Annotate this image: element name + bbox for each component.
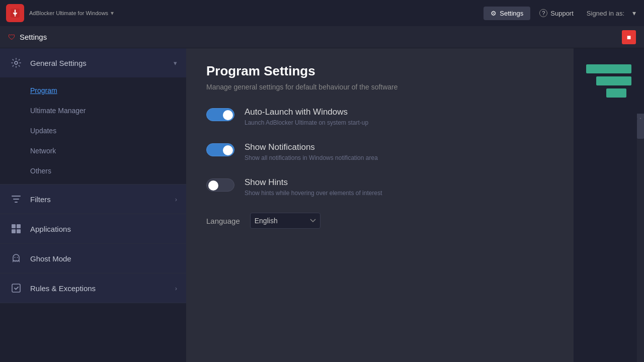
show-notifications-row: Show Notifications Show all notification…	[206, 142, 553, 161]
filters-header[interactable]: Filters ›	[0, 185, 186, 214]
ghost-mode-label: Ghost Mode	[30, 254, 177, 263]
rules-exceptions-icon	[9, 281, 23, 295]
svg-rect-6	[17, 229, 21, 233]
svg-point-2	[15, 61, 18, 64]
sidebar-item-program[interactable]: Program	[0, 80, 186, 101]
show-notifications-toggle-col	[206, 142, 234, 156]
settings-button[interactable]: ⚙ Settings	[484, 7, 530, 20]
applications-icon	[9, 222, 23, 236]
app-name-label: AdBlocker Ultimate for Windows ▾	[29, 10, 478, 17]
rules-exceptions-section: Rules & Exceptions ›	[0, 274, 186, 303]
rules-exceptions-chevron: ›	[175, 285, 177, 292]
show-notifications-toggle[interactable]	[206, 143, 234, 156]
show-notifications-name: Show Notifications	[245, 142, 378, 152]
svg-point-7	[15, 257, 16, 258]
language-row: Language English German French Spanish I…	[206, 213, 553, 229]
svg-point-1	[15, 15, 16, 16]
language-select[interactable]: English German French Spanish Italian Ru…	[250, 213, 320, 229]
ghost-mode-section: Ghost Mode	[0, 244, 186, 274]
general-settings-icon	[9, 56, 23, 70]
settings-header-title: Settings	[20, 33, 47, 41]
general-settings-chevron: ▾	[174, 59, 177, 67]
filters-icon	[9, 192, 23, 206]
svg-rect-9	[12, 284, 20, 292]
brand-shapes	[581, 59, 636, 103]
auto-launch-toggle[interactable]	[206, 108, 234, 121]
show-hints-desc: Show hints while hovering over elements …	[245, 190, 382, 197]
content-panel: Program Settings Manage general settings…	[186, 48, 574, 362]
shape-bar-wide	[586, 64, 631, 73]
auto-launch-desc: Launch AdBlocker Ultimate on system star…	[245, 119, 368, 126]
app-name-chevron[interactable]: ▾	[111, 10, 114, 17]
scrollbar-decoration	[574, 48, 644, 114]
scrollbar-thumb[interactable]	[637, 119, 644, 139]
svg-point-8	[17, 257, 18, 258]
filters-chevron: ›	[175, 196, 177, 203]
general-settings-header[interactable]: General Settings ▾	[0, 48, 186, 77]
auto-launch-toggle-col	[206, 107, 234, 121]
ghost-mode-header[interactable]: Ghost Mode	[0, 244, 186, 273]
applications-header[interactable]: Applications	[0, 214, 186, 243]
page-title: Program Settings	[206, 63, 553, 79]
sidebar-item-ultimate-manager[interactable]: Ultimate Manager	[0, 101, 186, 121]
svg-rect-4	[17, 224, 21, 228]
show-notifications-knob	[223, 145, 233, 155]
sidebar-item-network[interactable]: Network	[0, 141, 186, 161]
question-icon: ?	[539, 9, 547, 17]
close-icon: ■	[627, 33, 631, 41]
app-logo	[6, 4, 24, 22]
applications-label: Applications	[30, 225, 177, 233]
show-hints-toggle-col	[206, 177, 234, 192]
page-subtitle: Manage general settings for default beha…	[206, 83, 553, 91]
general-settings-submenu: Program Ultimate Manager Updates Network…	[0, 77, 186, 184]
auto-launch-knob	[223, 110, 233, 120]
topbar: AdBlocker Ultimate for Windows ▾ ⚙ Setti…	[0, 0, 644, 26]
settings-header: 🛡 Settings ■	[0, 26, 644, 48]
support-button[interactable]: ? Support	[532, 6, 581, 20]
show-hints-toggle[interactable]	[206, 178, 234, 192]
svg-rect-3	[12, 224, 16, 228]
topbar-right: ⚙ Settings ? Support Signed in as: ▾	[484, 6, 638, 20]
close-button[interactable]: ■	[622, 30, 636, 44]
settings-header-icon: 🛡	[8, 33, 16, 41]
sidebar-item-others[interactable]: Others	[0, 161, 186, 181]
auto-launch-row: Auto-Launch with Windows Launch AdBlocke…	[206, 107, 553, 126]
svg-rect-5	[12, 229, 16, 233]
general-settings-label: General Settings	[30, 59, 167, 67]
topbar-account-chevron[interactable]: ▾	[630, 9, 638, 17]
gear-icon: ⚙	[491, 10, 497, 17]
scrollbar-track	[637, 119, 644, 362]
scrollbar-panel: ▲	[574, 48, 644, 362]
sidebar-item-updates[interactable]: Updates	[0, 121, 186, 141]
language-label: Language	[206, 217, 240, 225]
general-settings-section: General Settings ▾ Program Ultimate Mana…	[0, 48, 186, 185]
applications-section: Applications	[0, 214, 186, 244]
signed-in-label: Signed in as:	[583, 10, 628, 17]
sidebar: General Settings ▾ Program Ultimate Mana…	[0, 48, 186, 362]
main-area: General Settings ▾ Program Ultimate Mana…	[0, 48, 644, 362]
show-notifications-desc: Show all notifications in Windows notifi…	[245, 154, 378, 161]
shape-bar-medium	[596, 76, 631, 85]
rules-exceptions-header[interactable]: Rules & Exceptions ›	[0, 274, 186, 303]
filters-section: Filters ›	[0, 185, 186, 214]
show-hints-knob	[208, 180, 218, 191]
auto-launch-name: Auto-Launch with Windows	[245, 107, 368, 117]
shape-bar-short	[606, 88, 626, 98]
filters-label: Filters	[30, 195, 168, 204]
rules-exceptions-label: Rules & Exceptions	[30, 284, 168, 293]
show-hints-name: Show Hints	[245, 177, 382, 188]
ghost-mode-icon	[9, 251, 23, 265]
show-hints-row: Show Hints Show hints while hovering ove…	[206, 177, 553, 197]
